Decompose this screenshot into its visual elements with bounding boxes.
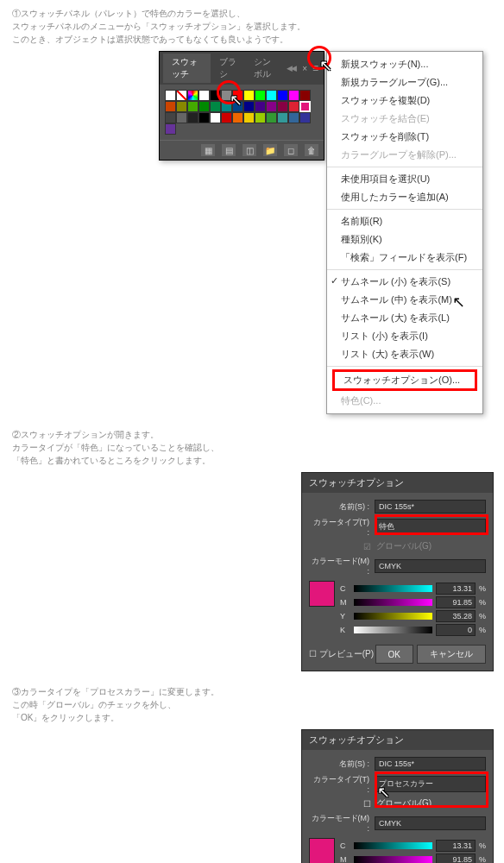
menu-select-unused[interactable]: 未使用項目を選択(U) [327, 170, 482, 188]
slider-c[interactable] [354, 842, 432, 849]
cancel-button[interactable]: キャンセル [417, 645, 486, 664]
swatch[interactable] [210, 112, 221, 123]
swatch-options-dialog: スウォッチオプション 名前(S) : DIC 155s* カラータイプ(T) :… [301, 472, 494, 671]
dialog-title: スウォッチオプション [302, 730, 493, 750]
swatch-options-dialog-2: スウォッチオプション 名前(S) : DIC 155s* カラータイプ(T) :… [301, 729, 494, 863]
color-mode-label: カラーモード(M) : [309, 556, 369, 576]
value-y[interactable]: 35.28 [436, 610, 476, 622]
swatch[interactable] [299, 90, 311, 101]
swatch[interactable] [187, 101, 198, 112]
menu-add-used[interactable]: 使用したカラーを追加(A) [327, 188, 482, 206]
swatch-registration[interactable] [187, 90, 198, 101]
slider-y[interactable] [354, 613, 432, 620]
swatch[interactable] [266, 112, 277, 123]
slider-m[interactable] [354, 856, 432, 863]
tab-symbols[interactable]: シンボル [245, 54, 287, 83]
dialog-title: スウォッチオプション [302, 473, 493, 493]
slider-c[interactable] [354, 585, 432, 592]
checkmark-icon: ✓ [331, 275, 338, 287]
swatch[interactable] [198, 112, 210, 123]
value-c[interactable]: 13.31 [436, 583, 476, 595]
menu-by-name[interactable]: 名前順(R) [327, 212, 482, 230]
swatch[interactable] [198, 101, 210, 112]
swatch[interactable] [210, 101, 221, 112]
swatch-none[interactable] [176, 90, 187, 101]
name-label: 名前(S) : [309, 501, 369, 513]
swatch[interactable] [277, 90, 288, 101]
value-k[interactable]: 0 [436, 624, 476, 636]
swatch[interactable] [165, 112, 176, 123]
swatch[interactable] [187, 112, 198, 123]
menu-new-swatch[interactable]: 新規スウォッチ(N)... [327, 55, 482, 73]
new-swatch-icon[interactable]: ◻ [284, 144, 298, 156]
preview-checkbox[interactable]: ☐ プレビュー(P) [309, 648, 374, 660]
swatch[interactable] [255, 101, 266, 112]
new-group-icon[interactable]: 📁 [263, 144, 277, 156]
menu-by-kind[interactable]: 種類別(K) [327, 230, 482, 249]
cursor-icon: ↖ [230, 91, 243, 110]
step2-text: ②スウォッチオプションが開きます。 カラータイプが「特色」になっていることを確認… [12, 428, 492, 467]
cursor-icon: ↖ [319, 56, 332, 75]
tab-brushes[interactable]: ブラシ [211, 54, 246, 83]
ok-button[interactable]: OK [375, 645, 413, 664]
menu-duplicate[interactable]: スウォッチを複製(D) [327, 91, 482, 110]
show-icon[interactable]: ▤ [222, 144, 236, 156]
swatch[interactable] [299, 112, 311, 123]
swatch[interactable] [165, 90, 176, 101]
swatch[interactable] [266, 101, 277, 112]
color-preview [309, 838, 335, 863]
slider-m[interactable] [354, 599, 432, 606]
collapse-icon[interactable]: ◀◀ [287, 64, 295, 72]
swatch[interactable] [288, 112, 299, 123]
highlight-box [375, 514, 488, 535]
name-label: 名前(S) : [309, 759, 369, 770]
swatch[interactable] [288, 90, 299, 101]
library-icon[interactable]: ▦ [201, 144, 215, 156]
menu-delete[interactable]: スウォッチを削除(T) [327, 128, 482, 146]
swatch-selected[interactable] [299, 101, 311, 112]
swatch[interactable] [266, 90, 277, 101]
swatch[interactable] [165, 101, 176, 112]
tab-swatches[interactable]: スウォッチ [163, 54, 211, 83]
swatch[interactable] [277, 112, 288, 123]
swatch[interactable] [243, 112, 255, 123]
swatch[interactable] [176, 101, 187, 112]
name-input[interactable]: DIC 155s* [375, 500, 486, 513]
highlight-box [375, 772, 488, 808]
menu-list-s[interactable]: リスト (小) を表示(I) [327, 327, 482, 345]
swatch[interactable] [176, 112, 187, 123]
menu-spot: 特色(C)... [327, 392, 482, 410]
swatch[interactable] [277, 101, 288, 112]
swatch[interactable] [243, 90, 255, 101]
swatch[interactable] [243, 101, 255, 112]
value-m[interactable]: 91.85 [436, 596, 476, 608]
value-c[interactable]: 13.31 [436, 840, 476, 852]
menu-new-color-group[interactable]: 新規カラーグループ(G)... [327, 73, 482, 91]
swatch[interactable] [255, 112, 266, 123]
swatch[interactable] [198, 90, 210, 101]
color-mode-select[interactable]: CMYK [375, 559, 486, 573]
slider-k[interactable] [354, 627, 432, 633]
color-mode-select[interactable]: CMYK [375, 816, 486, 830]
menu-list-l[interactable]: リスト (大) を表示(W) [327, 345, 482, 363]
swatch[interactable] [221, 112, 232, 123]
global-label: グローバル(G) [376, 540, 432, 552]
menu-swatch-options[interactable]: スウォッチオプション(O)... [332, 369, 477, 391]
swatch[interactable] [288, 101, 299, 112]
step3-text: ③カラータイプを「プロセスカラー」に変更します。 この時「グローバル」のチェック… [12, 685, 492, 724]
color-type-label: カラータイプ(T) : [309, 517, 369, 537]
swatch[interactable] [165, 123, 176, 135]
name-input[interactable]: DIC 155s* [375, 757, 486, 771]
trash-icon[interactable]: 🗑 [305, 144, 318, 156]
step1-text: ①スウォッチパネル（パレット）で特色のカラーを選択し、 スウォッチパネルのメニュ… [12, 7, 492, 46]
options-icon[interactable]: ◫ [243, 144, 256, 156]
swatch[interactable] [255, 90, 266, 101]
menu-merge: スウォッチを結合(E) [327, 110, 482, 128]
menu-show-find[interactable]: 「検索」フィールドを表示(F) [327, 249, 482, 267]
global-checkbox[interactable]: ☐ [363, 799, 371, 809]
menu-thumb-l[interactable]: サムネール (大) を表示(L) [327, 309, 482, 327]
global-checkbox: ☑ [363, 542, 371, 551]
value-m[interactable]: 91.85 [436, 854, 476, 863]
swatch[interactable] [232, 112, 243, 123]
menu-thumb-s[interactable]: ✓サムネール (小) を表示(S) [327, 273, 482, 291]
